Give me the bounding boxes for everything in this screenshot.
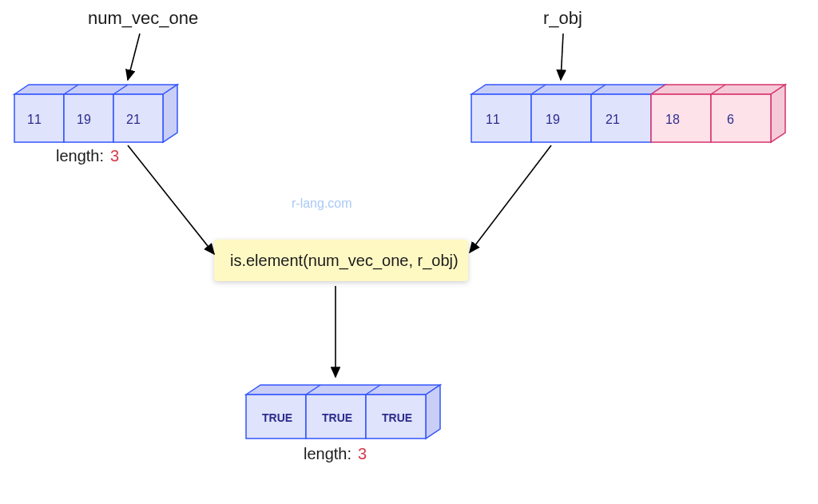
vec2-cell-4: 6 [727, 113, 734, 126]
vec2-cubes: 11 19 21 18 6 [471, 85, 785, 142]
result-group: TRUE TRUE TRUE length: 3 [246, 385, 440, 462]
svg-marker-12 [771, 85, 785, 142]
svg-rect-15 [591, 94, 651, 142]
watermark: r-lang.com [292, 196, 352, 210]
svg-rect-17 [711, 94, 771, 142]
vec2-cell-3: 18 [665, 113, 680, 126]
vec1-cell-2: 21 [126, 113, 141, 126]
result-cell-1: TRUE [322, 411, 352, 424]
svg-marker-0 [14, 85, 177, 94]
vec2-group: r_obj 11 19 21 18 6 [471, 8, 785, 142]
vec1-cell-1: 19 [77, 113, 91, 126]
result-cubes: TRUE TRUE TRUE [246, 385, 440, 439]
vec1-length-label: length: [56, 147, 104, 165]
vec1-group: num_vec_one 11 19 21 length: 3 [14, 8, 198, 165]
function-box-group: is.element(num_vec_one, r_obj) [214, 240, 468, 281]
result-length-label: length: [304, 445, 351, 462]
result-cell-0: TRUE [262, 411, 292, 424]
arrow-vec1-title [128, 34, 140, 80]
result-cell-2: TRUE [382, 411, 412, 424]
svg-marker-18 [246, 385, 440, 395]
result-length-value: 3 [358, 445, 367, 462]
arrow-vec2-to-func [470, 145, 551, 252]
vec2-title: r_obj [543, 8, 582, 28]
svg-rect-14 [531, 94, 591, 142]
svg-rect-13 [471, 94, 531, 142]
svg-marker-3 [163, 85, 177, 142]
function-call-text: is.element(num_vec_one, r_obj) [230, 252, 459, 270]
arrow-vec2-title [561, 34, 563, 80]
svg-rect-16 [651, 94, 711, 142]
arrow-vec1-to-func [128, 145, 214, 254]
vec2-cell-0: 11 [486, 113, 500, 126]
svg-marker-7 [471, 85, 665, 94]
vec1-cell-0: 11 [27, 113, 42, 126]
vec1-length-value: 3 [110, 147, 119, 165]
vec2-cell-1: 19 [546, 113, 560, 126]
diagram-canvas: num_vec_one 11 19 21 length: 3 [0, 0, 818, 504]
vec1-title: num_vec_one [88, 8, 198, 28]
vec1-cubes: 11 19 21 [14, 85, 177, 142]
svg-marker-21 [426, 385, 440, 439]
vec2-cell-2: 21 [606, 113, 620, 126]
